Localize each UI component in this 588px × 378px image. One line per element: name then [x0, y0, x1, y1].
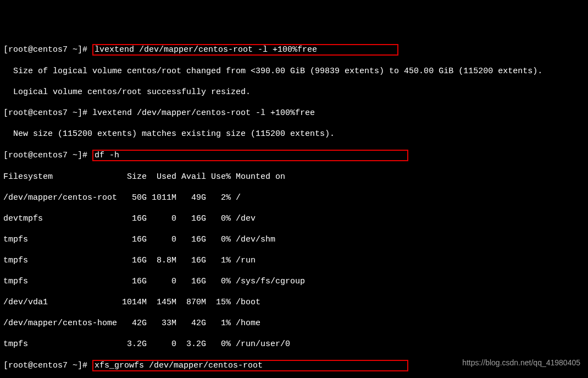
df-row: tmpfs 16G 0 16G 0% /sys/fs/cgroup	[3, 276, 585, 287]
command-text: xfs_growfs /dev/mapper/centos-root	[95, 361, 263, 370]
df-row: devtmpfs 16G 0 16G 0% /dev	[3, 213, 585, 224]
df-row: tmpfs 16G 0 16G 0% /dev/shm	[3, 234, 585, 245]
terminal-line: [root@centos7 ~]# df -h	[3, 150, 585, 161]
shell-prompt: [root@centos7 ~]#	[3, 45, 92, 54]
df-header: Filesystem Size Used Avail Use% Mounted …	[3, 172, 585, 182]
terminal-line: [root@centos7 ~]# lvextend /dev/mapper/c…	[3, 44, 585, 56]
terminal-output: Logical volume centos/root successfully …	[3, 87, 585, 97]
command-text: lvextend /dev/mapper/centos-root -l +100…	[95, 45, 317, 54]
command-text: df -h	[95, 151, 119, 160]
terminal-output: New size (115200 extents) matches existi…	[3, 129, 585, 139]
command-text: lvextend /dev/mapper/centos-root -l +100…	[92, 108, 315, 118]
highlight-cmd-xfs-growfs: xfs_growfs /dev/mapper/centos-root	[92, 360, 408, 371]
df-row: /dev/mapper/centos-root 50G 1011M 49G 2%…	[3, 193, 585, 203]
highlight-cmd-lvextend-1: lvextend /dev/mapper/centos-root -l +100…	[92, 44, 398, 56]
shell-prompt: [root@centos7 ~]#	[3, 108, 92, 118]
shell-prompt: [root@centos7 ~]#	[3, 361, 92, 370]
shell-prompt: [root@centos7 ~]#	[3, 151, 92, 160]
terminal-line: [root@centos7 ~]# lvextend /dev/mapper/c…	[3, 108, 585, 118]
terminal-output: Size of logical volume centos/root chang…	[3, 66, 585, 76]
watermark-text: https://blog.csdn.net/qq_41980405	[462, 358, 580, 368]
df-row: /dev/vda1 1014M 145M 870M 15% /boot	[3, 297, 585, 308]
df-row: tmpfs 16G 8.8M 16G 1% /run	[3, 255, 585, 266]
df-row: /dev/mapper/centos-home 42G 33M 42G 1% /…	[3, 318, 585, 328]
highlight-cmd-df-1: df -h	[92, 150, 408, 161]
df-row: tmpfs 3.2G 0 3.2G 0% /run/user/0	[3, 339, 585, 349]
